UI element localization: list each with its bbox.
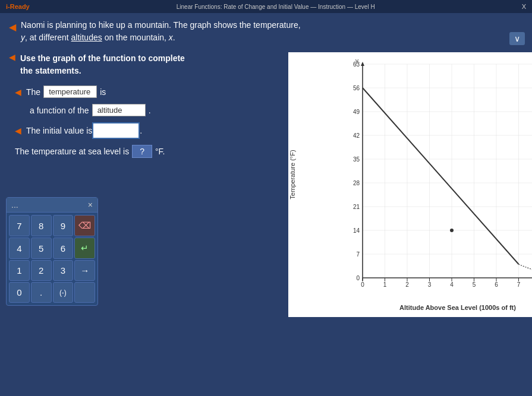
svg-point-44 — [450, 229, 454, 232]
graph-svg: 63 56 49 42 35 28 21 14 7 0 y — [339, 58, 532, 302]
key-7[interactable]: 7 — [9, 215, 30, 236]
stmt1-prefix: The — [26, 87, 40, 97]
key-enter[interactable]: ↵ — [74, 237, 95, 259]
stmt2-icon: ◀ — [15, 126, 21, 135]
statement-1-row1: ◀ The temperature is — [9, 85, 282, 98]
y-axis-label: Temperature (°F) — [289, 150, 296, 199]
svg-text:5: 5 — [473, 281, 476, 288]
key-decimal[interactable]: . — [31, 282, 52, 303]
svg-text:35: 35 — [353, 156, 360, 163]
key-negative[interactable]: (-) — [53, 282, 74, 303]
close-button[interactable]: X — [522, 3, 526, 10]
graph-wrapper: Temperature (°F) — [294, 58, 532, 311]
svg-text:0: 0 — [361, 281, 364, 288]
svg-text:3: 3 — [428, 281, 432, 288]
key-1[interactable]: 1 — [9, 260, 30, 281]
svg-text:y: y — [355, 58, 358, 64]
svg-text:7: 7 — [517, 281, 521, 288]
key-0[interactable]: 0 — [9, 282, 30, 303]
initial-value-row: ◀ The initial value is . — [9, 122, 282, 139]
stmt1-row2-prefix: a function of the — [30, 106, 89, 115]
key-3[interactable]: 3 — [53, 260, 74, 281]
x-axis-label: Altitude Above Sea Level (1000s of ft) — [363, 304, 532, 311]
key-5[interactable]: 5 — [31, 237, 52, 259]
keypad: ... × 7 8 9 ⌫ 4 5 6 ↵ 1 2 3 — [6, 197, 98, 306]
svg-text:28: 28 — [353, 180, 360, 186]
sea-level-row: The temperature at sea level is ? °F. — [9, 145, 282, 158]
svg-text:2: 2 — [405, 281, 409, 288]
instruction-text: Use the graph of the function to complet… — [20, 52, 185, 77]
chevron-button[interactable]: ∨ — [509, 32, 525, 45]
stmt1-icon: ◀ — [15, 87, 21, 97]
svg-text:7: 7 — [356, 251, 360, 258]
graph-panel: Temperature (°F) — [288, 52, 532, 317]
keypad-dots: ... — [11, 200, 18, 210]
key-9[interactable]: 9 — [53, 215, 74, 236]
instruction-line2: the statements. — [20, 66, 81, 75]
svg-text:56: 56 — [353, 85, 360, 91]
stmt1-middle: is — [100, 87, 106, 97]
instruction-icon: ◀ — [9, 52, 15, 62]
lesson-title: Linear Functions: Rate of Change and Ini… — [177, 4, 375, 10]
instruction-row: ◀ Use the graph of the function to compl… — [9, 52, 282, 77]
app-logo: i-Ready — [6, 3, 30, 10]
stmt3-prefix: The temperature at sea level is — [15, 147, 129, 156]
keypad-header: ... × — [7, 198, 97, 213]
key-8[interactable]: 8 — [31, 215, 52, 236]
main-content: ◀ Naomi is planning to hike up a mountai… — [0, 13, 532, 396]
content-row: ◀ Use the graph of the function to compl… — [9, 52, 523, 317]
svg-text:42: 42 — [353, 132, 360, 139]
initial-value-input[interactable] — [92, 122, 140, 139]
key-2[interactable]: 2 — [31, 260, 52, 281]
instruction-line1: Use the graph of the function to complet… — [20, 53, 185, 63]
key-empty — [74, 282, 95, 303]
svg-text:0: 0 — [356, 275, 360, 281]
problem-text: Naomi is planning to hike up a mountain.… — [21, 19, 306, 44]
svg-text:14: 14 — [353, 227, 360, 234]
temperature-dropdown[interactable]: temperature — [43, 85, 97, 98]
svg-text:49: 49 — [353, 109, 360, 115]
keypad-grid: 7 8 9 ⌫ 4 5 6 ↵ 1 2 3 → 0 . — [7, 213, 97, 305]
svg-text:21: 21 — [353, 204, 360, 210]
key-6[interactable]: 6 — [53, 237, 74, 259]
top-bar: i-Ready Linear Functions: Rate of Change… — [0, 0, 532, 13]
problem-statement: ◀ Naomi is planning to hike up a mountai… — [9, 19, 523, 44]
problem-text-line2: on the mountain, x. — [105, 33, 175, 42]
sea-level-answer[interactable]: ? — [132, 145, 152, 158]
stmt2-prefix: The initial value is — [26, 126, 92, 135]
key-backspace[interactable]: ⌫ — [74, 215, 95, 236]
statement-1-row2: a function of the altitude . — [24, 104, 282, 116]
svg-text:1: 1 — [383, 281, 387, 288]
keypad-close-button[interactable]: × — [88, 200, 93, 210]
stmt1-period: . — [149, 106, 151, 115]
left-panel: ◀ Use the graph of the function to compl… — [9, 52, 282, 317]
problem-icon: ◀ — [9, 20, 16, 34]
stmt2-period: . — [140, 126, 142, 135]
graph-area: 63 56 49 42 35 28 21 14 7 0 y — [339, 58, 532, 311]
altitudes-link[interactable]: altitudes — [71, 33, 102, 42]
altitude-dropdown[interactable]: altitude — [92, 104, 146, 116]
key-4[interactable]: 4 — [9, 237, 30, 259]
stmt3-suffix: °F. — [155, 147, 165, 156]
svg-text:4: 4 — [450, 281, 454, 288]
svg-text:6: 6 — [495, 281, 498, 288]
key-right-arrow[interactable]: → — [74, 260, 95, 281]
svg-marker-32 — [361, 62, 364, 66]
